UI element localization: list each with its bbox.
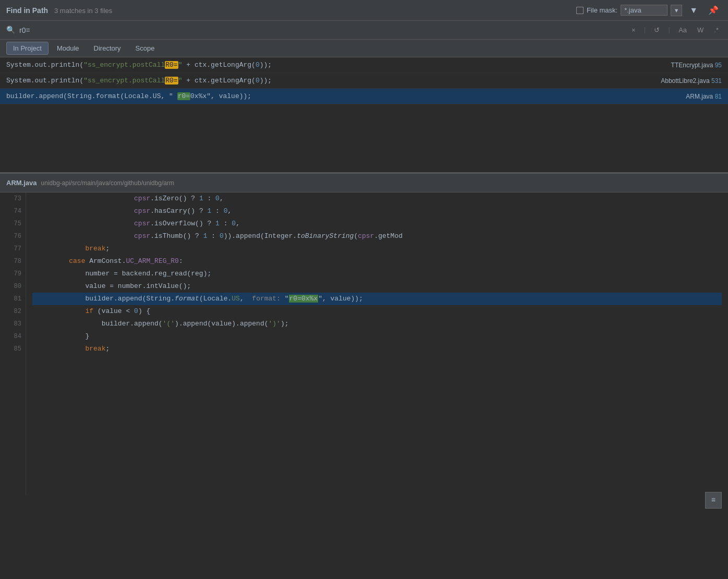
- word-button[interactable]: W: [694, 25, 707, 35]
- match-count: 3 matches in 3 files: [54, 7, 112, 15]
- code-line-81: builder.append(String.format(Locale.US, …: [32, 293, 722, 305]
- result-code-3: builder.append(String.format(Locale.US, …: [0, 92, 686, 100]
- separator2: |: [667, 26, 671, 34]
- search-controls: × | ↺ | Aa W .*: [628, 25, 722, 35]
- code-lines: cpsr.isZero() ? 1 : 0, cpsr.hasCarry() ?…: [26, 192, 728, 495]
- results-list: System.out.println("ss_encrypt.postCallR…: [0, 57, 728, 104]
- line-number: 74: [4, 205, 21, 218]
- editor-filename: ARM.java: [6, 179, 37, 187]
- result-filename-1: TTEncrypt.java 95: [671, 62, 728, 69]
- result-code-2: System.out.println("ss_encrypt.postCallR…: [0, 77, 661, 85]
- line-number: 85: [4, 343, 21, 355]
- scroll-align-button[interactable]: ≡: [705, 492, 722, 509]
- search-query-display: r0=: [19, 26, 624, 34]
- line-number: 79: [4, 268, 21, 280]
- line-number: 73: [4, 192, 21, 205]
- pin-button[interactable]: 📌: [705, 4, 722, 16]
- editor-panel: ARM.java unidbg-api/src/main/java/com/gi…: [0, 173, 728, 495]
- dropdown-arrow-icon: ▾: [674, 5, 679, 16]
- code-line-82: if (value < 0) {: [32, 305, 722, 318]
- result-filename-3: ARM.java 81: [686, 93, 728, 100]
- code-line-83: builder.append('(').append(value).append…: [32, 318, 722, 330]
- regex-button[interactable]: .*: [711, 25, 722, 35]
- line-numbers: 73 74 75 76 77 78 79 80 81 82 83 84 85: [0, 192, 26, 495]
- line-number: 80: [4, 280, 21, 293]
- line-number: 81: [4, 293, 21, 305]
- file-mask-label: File mask:: [587, 6, 617, 14]
- line-number: 83: [4, 318, 21, 330]
- file-mask-dropdown[interactable]: ▾: [671, 5, 682, 16]
- tab-module[interactable]: Module: [51, 42, 86, 54]
- line-number: 76: [4, 230, 21, 243]
- code-line-77: break;: [32, 243, 722, 255]
- rerun-button[interactable]: ↺: [651, 25, 663, 35]
- case-sensitive-button[interactable]: Aa: [675, 25, 690, 35]
- find-header: Find in Path 3 matches in 3 files File m…: [0, 0, 728, 21]
- tab-in-project[interactable]: In Project: [6, 42, 48, 55]
- results-empty-area: [0, 104, 728, 172]
- editor-header: ARM.java unidbg-api/src/main/java/com/gi…: [0, 174, 728, 192]
- code-line-78: case ArmConst.UC_ARM_REG_R0:: [32, 255, 722, 268]
- table-row[interactable]: System.out.println("ss_encrypt.postCallR…: [0, 73, 728, 89]
- find-in-path-panel: Find in Path 3 matches in 3 files File m…: [0, 0, 728, 173]
- line-number: 82: [4, 305, 21, 318]
- line-number: 84: [4, 330, 21, 343]
- table-row[interactable]: System.out.println("ss_encrypt.postCallR…: [0, 57, 728, 73]
- editor-path: unidbg-api/src/main/java/com/github/unid…: [41, 179, 174, 187]
- table-row[interactable]: builder.append(String.format(Locale.US, …: [0, 89, 728, 104]
- file-mask-area: File mask: ▾: [576, 5, 682, 16]
- filter-button[interactable]: ▼: [686, 5, 701, 16]
- tab-directory[interactable]: Directory: [88, 42, 127, 54]
- search-icon: 🔍: [6, 26, 15, 34]
- code-line-74: cpsr.hasCarry() ? 1 : 0,: [32, 205, 722, 218]
- file-mask-input[interactable]: [621, 5, 668, 16]
- search-bar: 🔍 r0= × | ↺ | Aa W .*: [0, 21, 728, 40]
- code-line-84: }: [32, 330, 722, 343]
- clear-button[interactable]: ×: [628, 25, 639, 35]
- header-controls: File mask: ▾ ▼ 📌: [576, 4, 722, 16]
- scope-tabs: In Project Module Directory Scope: [0, 40, 728, 57]
- line-number: 78: [4, 255, 21, 268]
- code-area[interactable]: 73 74 75 76 77 78 79 80 81 82 83 84 85 c…: [0, 192, 728, 495]
- line-number: 75: [4, 218, 21, 230]
- line-number: 77: [4, 243, 21, 255]
- code-line-85: break;: [32, 343, 722, 355]
- code-line-73: cpsr.isZero() ? 1 : 0,: [32, 192, 722, 205]
- result-filename-2: AbbottLibre2.java 531: [661, 77, 728, 85]
- panel-title: Find in Path 3 matches in 3 files: [6, 6, 576, 15]
- code-line-79: number = backend.reg_read(reg);: [32, 268, 722, 280]
- file-mask-checkbox[interactable]: [576, 7, 584, 14]
- code-line-75: cpsr.isOverflow() ? 1 : 0,: [32, 218, 722, 230]
- separator1: |: [643, 26, 647, 34]
- tab-scope[interactable]: Scope: [129, 42, 161, 54]
- scroll-handle-icon: ≡: [711, 496, 715, 504]
- code-line-80: value = number.intValue();: [32, 280, 722, 293]
- code-line-76: cpsr.isThumb() ? 1 : 0)).append(Integer.…: [32, 230, 722, 243]
- result-code-1: System.out.println("ss_encrypt.postCallR…: [0, 61, 671, 69]
